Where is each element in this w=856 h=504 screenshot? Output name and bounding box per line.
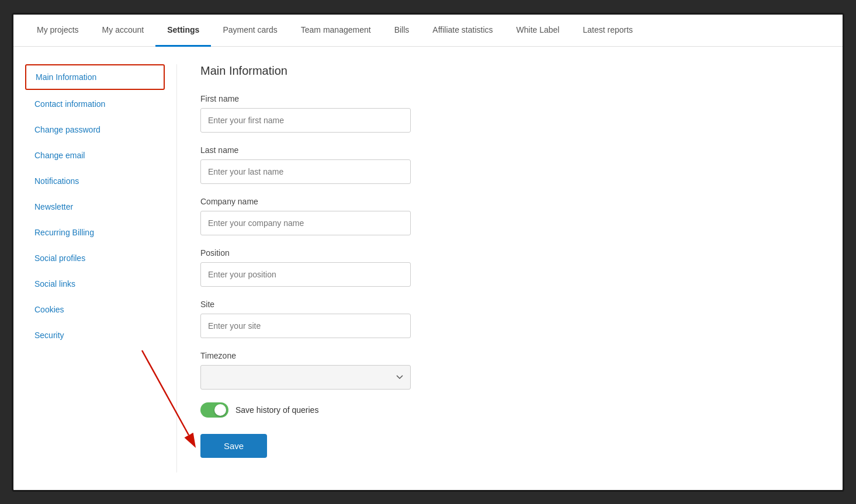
- sidebar: Main InformationContact informationChang…: [25, 64, 177, 472]
- label-first-name: First name: [200, 94, 808, 103]
- save-history-toggle[interactable]: [200, 402, 228, 418]
- tab-my-account[interactable]: My account: [91, 15, 156, 47]
- label-site: Site: [200, 300, 808, 309]
- main-content: Main InformationContact informationChang…: [13, 47, 843, 490]
- sidebar-item-social-profiles[interactable]: Social profiles: [25, 246, 165, 270]
- sidebar-item-security[interactable]: Security: [25, 324, 165, 347]
- sidebar-item-recurring-billing[interactable]: Recurring Billing: [25, 221, 165, 244]
- sidebar-item-newsletter[interactable]: Newsletter: [25, 195, 165, 218]
- label-company-name: Company name: [200, 197, 808, 206]
- label-timezone: Timezone: [200, 351, 808, 360]
- sidebar-item-contact-information[interactable]: Contact information: [25, 92, 165, 116]
- form-title: Main Information: [200, 64, 808, 78]
- tab-payment-cards[interactable]: Payment cards: [211, 15, 289, 47]
- label-last-name: Last name: [200, 145, 808, 155]
- form-group-timezone: Timezone: [200, 351, 808, 390]
- tab-bills[interactable]: Bills: [383, 15, 421, 47]
- save-button[interactable]: Save: [200, 434, 267, 458]
- sidebar-item-cookies[interactable]: Cookies: [25, 298, 165, 321]
- app-window: My projectsMy accountSettingsPayment car…: [12, 13, 844, 492]
- form-group-first-name: First name: [200, 94, 808, 133]
- input-position[interactable]: [200, 262, 411, 287]
- form-group-site: Site: [200, 300, 808, 338]
- tab-latest-reports[interactable]: Latest reports: [571, 15, 644, 47]
- tab-team-management[interactable]: Team management: [289, 15, 383, 47]
- sidebar-item-change-email[interactable]: Change email: [25, 144, 165, 167]
- input-site[interactable]: [200, 314, 411, 338]
- toggle-label: Save history of queries: [235, 405, 318, 415]
- input-first-name[interactable]: [200, 108, 411, 133]
- input-timezone[interactable]: [200, 365, 411, 390]
- top-navigation: My projectsMy accountSettingsPayment car…: [13, 15, 843, 47]
- input-company-name[interactable]: [200, 211, 411, 235]
- sidebar-item-change-password[interactable]: Change password: [25, 118, 165, 141]
- tab-settings[interactable]: Settings: [155, 15, 211, 47]
- sidebar-item-social-links[interactable]: Social links: [25, 272, 165, 296]
- sidebar-item-main-information[interactable]: Main Information: [25, 64, 165, 90]
- toggle-row: Save history of queries: [200, 402, 808, 418]
- tab-affiliate-statistics[interactable]: Affiliate statistics: [421, 15, 504, 47]
- form-group-company-name: Company name: [200, 197, 808, 235]
- form-fields: First nameLast nameCompany namePositionS…: [200, 94, 808, 390]
- form-area: Main Information First nameLast nameComp…: [177, 64, 831, 472]
- label-position: Position: [200, 248, 808, 258]
- form-group-position: Position: [200, 248, 808, 287]
- form-group-last-name: Last name: [200, 145, 808, 184]
- sidebar-item-notifications[interactable]: Notifications: [25, 169, 165, 193]
- input-last-name[interactable]: [200, 159, 411, 184]
- tab-my-projects[interactable]: My projects: [25, 15, 91, 47]
- tab-white-label[interactable]: White Label: [505, 15, 571, 47]
